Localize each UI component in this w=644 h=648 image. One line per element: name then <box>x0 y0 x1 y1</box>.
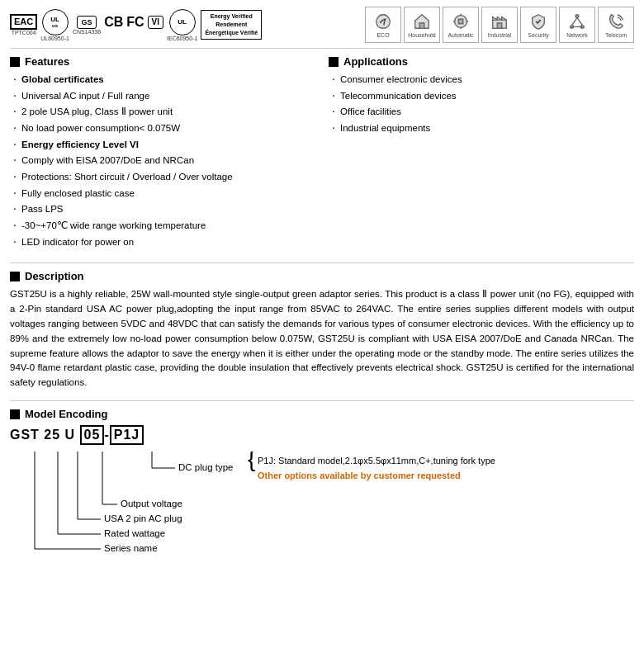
fcc-cert: FC <box>126 16 144 35</box>
feat-protections: Protections: Short circuit / Overload / … <box>21 172 233 182</box>
list-item: Protections: Short circuit / Overload / … <box>13 170 315 184</box>
applications-list: Consumer electronic devices Telecommunic… <box>329 73 634 135</box>
vi-cert: VI <box>148 16 163 35</box>
app-industrial: Industrial equipments <box>340 123 430 133</box>
app-icon-telecom: Telecom <box>598 7 634 43</box>
svg-point-4 <box>575 14 579 17</box>
feat-no-load: No load power consumption< 0.075W <box>21 123 180 133</box>
svg-text:{: { <box>248 452 255 471</box>
app-icon-household: Household <box>404 7 440 43</box>
list-item: Energy efficiency Level VI <box>13 138 315 152</box>
model-encoding-title: Model Encoding <box>10 408 634 420</box>
app-icon-eco: ECO <box>365 7 401 43</box>
model-code-box2: P1J <box>110 425 144 445</box>
telecom-label: Telecom <box>605 32 627 38</box>
svg-text:DC plug type: DC plug type <box>178 462 233 472</box>
feat-temp: -30~+70℃ wide range working temperature <box>21 220 206 230</box>
feat-energy-eff: Energy efficiency Level VI <box>21 140 139 149</box>
feat-lps: Pass LPS <box>21 204 64 214</box>
top-row: EAC TPTC004 UL us UL60950-1 GS CNS14336 … <box>10 7 634 49</box>
cert-logos: EAC TPTC004 UL us UL60950-1 GS CNS14336 … <box>10 9 262 41</box>
app-icon-security: Security <box>520 7 556 43</box>
list-item: Industrial equipments <box>332 121 634 135</box>
cb-cert: CB <box>104 16 123 35</box>
list-item: No load power consumption< 0.075W <box>13 121 315 135</box>
eco-label: ECO <box>376 32 389 38</box>
svg-line-8 <box>577 17 582 25</box>
model-encoding-icon <box>10 409 20 419</box>
features-title-text: Features <box>25 55 69 68</box>
list-item: Office facilities <box>332 105 634 119</box>
gs-cert: GS CNS14336 <box>73 16 101 35</box>
svg-text:Other options available by cus: Other options available by customer requ… <box>258 471 461 480</box>
app-office: Office facilities <box>340 106 401 116</box>
model-code: GST 25 U 05-P1J <box>10 425 634 445</box>
svg-rect-0 <box>419 22 424 27</box>
feat-eisa: Comply with EISA 2007/DoE and NRCan <box>21 155 194 165</box>
eac-cert: EAC TPTC004 <box>10 14 37 35</box>
model-encoding-title-text: Model Encoding <box>25 408 107 420</box>
description-title: Description <box>10 270 634 282</box>
app-telecom: Telecommunication devices <box>340 91 457 101</box>
svg-text:P1J: Standard model,2.1φx5.5φx: P1J: Standard model,2.1φx5.5φx11mm,C+,tu… <box>258 456 495 466</box>
ul2-cert: UL IEC60950-1 <box>167 9 197 41</box>
svg-line-7 <box>572 17 577 25</box>
svg-rect-3 <box>497 22 502 27</box>
list-item: LED indicator for power on <box>13 235 315 249</box>
app-consumer: Consumer electronic devices <box>340 74 462 84</box>
list-item: Fully enclosed plastic case <box>13 187 315 201</box>
applications-title-icon <box>329 57 339 67</box>
industrial-label: Industrial <box>488 32 511 38</box>
svg-text:Output voltage: Output voltage <box>121 499 182 508</box>
applications-title-text: Applications <box>343 55 408 68</box>
ul-cert: UL us UL60950-1 <box>40 9 69 41</box>
main-columns: Features Global certificates Universal A… <box>10 55 634 251</box>
list-item: Comply with EISA 2007/DoE and NRCan <box>13 154 315 168</box>
energy-cert: Energy VerifiedRendementÉnergétique Véri… <box>201 10 262 39</box>
automatic-label: Automatic <box>447 32 473 38</box>
features-section: Features Global certificates Universal A… <box>10 55 315 251</box>
list-item: Consumer electronic devices <box>332 73 634 87</box>
feat-universal-ac: Universal AC input / Full range <box>21 91 149 101</box>
feat-global-certs: Global certificates <box>21 74 104 84</box>
features-title-icon <box>10 57 20 67</box>
model-diagram-svg: Series name Rated wattage USA 2 pin AC p… <box>10 452 621 563</box>
applications-section: Applications Consumer electronic devices… <box>329 55 634 251</box>
svg-text:Series name: Series name <box>104 543 158 553</box>
app-icon-industrial: Industrial <box>481 7 518 43</box>
app-icon-automatic: Automatic <box>443 7 479 43</box>
model-encoding-section: Model Encoding GST 25 U 05-P1J Series na… <box>10 400 634 563</box>
model-diagram: Series name Rated wattage USA 2 pin AC p… <box>10 452 634 563</box>
security-label: Security <box>528 32 548 38</box>
feat-2pole: 2 pole USA plug, Class Ⅱ power unit <box>21 106 173 116</box>
features-list: Global certificates Universal AC input /… <box>10 73 315 248</box>
svg-text:Rated wattage: Rated wattage <box>104 528 165 538</box>
list-item: Telecommunication devices <box>332 89 634 103</box>
list-item: Global certificates <box>13 73 315 87</box>
feat-enclosed: Fully enclosed plastic case <box>21 188 135 198</box>
list-item: 2 pole USA plug, Class Ⅱ power unit <box>13 105 315 119</box>
list-item: -30~+70℃ wide range working temperature <box>13 219 315 233</box>
description-title-text: Description <box>25 270 84 282</box>
app-icon-network: Network <box>559 7 595 43</box>
description-title-icon <box>10 272 20 281</box>
household-label: Household <box>408 32 435 38</box>
model-code-prefix: GST 25 U <box>10 428 80 442</box>
applications-title: Applications <box>329 55 634 68</box>
app-icons: ECO Household Automatic <box>365 7 634 43</box>
model-code-box1: 05 <box>80 425 105 445</box>
network-label: Network <box>566 32 588 38</box>
svg-text:USA 2 pin AC plug: USA 2 pin AC plug <box>104 513 182 523</box>
description-section: Description GST25U is a highly reliable,… <box>10 263 634 390</box>
feat-led: LED indicator for power on <box>21 237 134 247</box>
list-item: Universal AC input / Full range <box>13 89 315 103</box>
list-item: Pass LPS <box>13 202 315 216</box>
description-body: GST25U is a highly reliable, 25W wall-mo… <box>10 287 634 390</box>
features-title: Features <box>10 55 315 68</box>
